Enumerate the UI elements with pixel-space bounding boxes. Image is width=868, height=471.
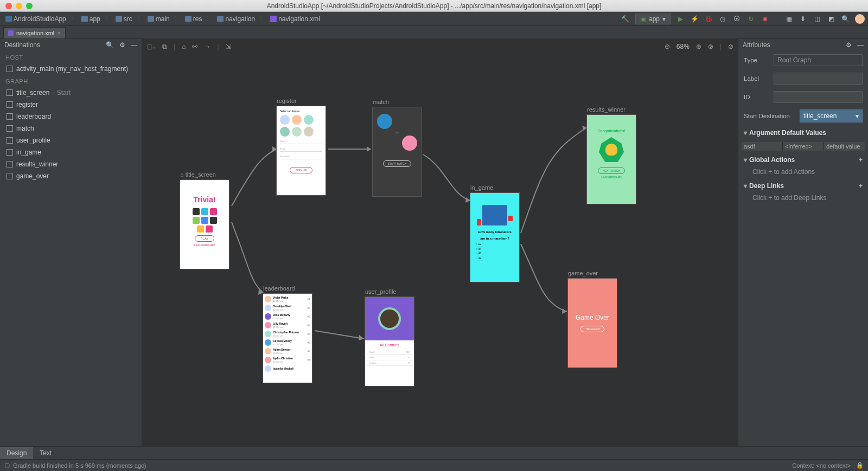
android-icon: ▣ xyxy=(640,15,646,23)
player-b-avatar-icon xyxy=(402,136,417,151)
node-results-winner[interactable]: results_winner Congratulations! NEXT MAT… xyxy=(587,106,636,204)
context-indicator[interactable]: Context: <no context> xyxy=(792,462,851,469)
zoom-fit-icon[interactable]: ⊚ xyxy=(708,43,713,50)
attributes-panel: Attributes ⚙ — Type Label ID Start Desti… xyxy=(738,39,868,446)
destinations-panel: Destinations 🔍 ⚙ — HOST activity_main (m… xyxy=(0,39,142,446)
stop-icon[interactable]: ■ xyxy=(761,15,769,23)
status-bar: ▢ Gradle build finished in 5 s 969 ms (m… xyxy=(0,459,868,471)
host-section-label: HOST xyxy=(0,51,142,63)
gear-icon[interactable]: ⚙ xyxy=(846,41,852,49)
home-icon[interactable]: ⌂ xyxy=(182,43,186,50)
auto-arrange-icon[interactable]: ⇲ xyxy=(226,43,231,50)
nested-graph-icon[interactable]: ⧉ xyxy=(162,43,167,50)
node-title-screen[interactable]: ⌂title_screen Trivia! PLAY LEADERBOARD xyxy=(180,171,229,269)
destination-icon xyxy=(7,113,13,120)
warnings-icon[interactable]: ⊘ xyxy=(728,43,733,50)
make-project-icon[interactable]: 🔨 xyxy=(621,15,630,23)
deep-links-hint: Click + to add Deep Links xyxy=(738,193,868,205)
add-destination-icon[interactable]: ▢₊ xyxy=(146,43,156,50)
player-a-avatar-icon xyxy=(377,114,392,129)
node-game-over[interactable]: game_over Game Over TRY AGAIN xyxy=(568,270,617,367)
arrow-icon[interactable]: → xyxy=(204,43,210,50)
graph-item-register[interactable]: register xyxy=(0,99,142,111)
profile-icon[interactable]: ◷ xyxy=(718,15,727,23)
avd-manager-icon[interactable]: ▦ xyxy=(784,15,793,23)
zoom-out-icon[interactable]: ⊖ xyxy=(665,43,670,50)
breadcrumb-project[interactable]: AndroidStudioApp xyxy=(3,14,68,24)
breadcrumb-file[interactable]: navigation.xml xyxy=(268,14,322,24)
layout-inspector-icon[interactable]: ◫ xyxy=(813,15,821,23)
main-area: Destinations 🔍 ⚙ — HOST activity_main (m… xyxy=(0,39,868,446)
global-actions-section[interactable]: ▾Global Actions+ xyxy=(738,153,868,167)
status-icon[interactable]: ▢ xyxy=(4,462,10,469)
apply-changes-icon[interactable]: ⚡ xyxy=(690,15,699,23)
node-register[interactable]: register Select an Avatar Name Email Pas… xyxy=(277,98,326,195)
breadcrumb-navigation[interactable]: navigation xyxy=(215,14,257,24)
minimize-window-icon[interactable] xyxy=(16,3,22,9)
svg-marker-1 xyxy=(258,289,263,295)
node-user-profile[interactable]: user_profile Ali Connors Rank#12Wins24Lo… xyxy=(365,288,414,386)
graph-item-in_game[interactable]: in_game xyxy=(0,146,142,158)
resource-manager-icon[interactable]: ◩ xyxy=(827,15,835,23)
run-icon[interactable]: ▶ xyxy=(676,15,685,23)
graph-item-title_screen[interactable]: title_screen - Start xyxy=(0,87,142,99)
label-field[interactable] xyxy=(774,73,863,85)
avatar-grid xyxy=(280,115,322,137)
macos-titlebar: AndroidStudioApp [~/AndroidStudioProject… xyxy=(0,0,868,12)
node-in-game[interactable]: in_game How many kilometers are in a mar… xyxy=(470,184,519,282)
nav-editor: ▢₊ ⧉ | ⌂ ⚯ → | ⇲ ⊖ 68% ⊕ ⊚ | ⊘ xyxy=(142,39,738,446)
sdk-manager-icon[interactable]: ⬇ xyxy=(799,15,807,23)
file-tab-navigation[interactable]: navigation.xml × xyxy=(3,27,66,38)
host-item[interactable]: activity_main (my_nav_host_fragment) xyxy=(0,63,142,75)
deep-links-section[interactable]: ▾Deep Links+ xyxy=(738,179,868,193)
add-action-icon[interactable]: + xyxy=(859,156,863,164)
graph-item-match[interactable]: match xyxy=(0,122,142,134)
breadcrumb-app[interactable]: app xyxy=(79,14,103,24)
svg-marker-6 xyxy=(359,335,364,340)
add-deeplink-icon[interactable]: + xyxy=(859,182,863,190)
start-match-button: START MATCH xyxy=(383,160,412,167)
id-field[interactable] xyxy=(774,91,863,103)
design-tab[interactable]: Design xyxy=(0,447,33,459)
search-icon[interactable]: 🔍 xyxy=(106,41,114,49)
gear-icon[interactable]: ⚙ xyxy=(119,41,125,49)
text-tab[interactable]: Text xyxy=(33,447,58,459)
destination-icon xyxy=(7,173,13,179)
graph-item-results_winner[interactable]: results_winner xyxy=(0,158,142,170)
breadcrumb-res[interactable]: res xyxy=(183,14,205,24)
restart-icon[interactable]: ↻ xyxy=(746,15,755,23)
close-window-icon[interactable] xyxy=(5,3,12,9)
collage-icon xyxy=(188,208,221,230)
run-config-selector[interactable]: ▣ app ▾ xyxy=(635,14,671,24)
graph-item-leaderboard[interactable]: leaderboard xyxy=(0,111,142,122)
breadcrumb-main[interactable]: main xyxy=(145,14,172,24)
search-everywhere-icon[interactable]: 🔍 xyxy=(841,15,850,23)
arg-default-section[interactable]: ▾Argument Default Values xyxy=(738,126,868,140)
tv-icon xyxy=(482,205,507,225)
nav-canvas[interactable]: ⌂title_screen Trivia! PLAY LEADERBOARD r… xyxy=(142,54,738,446)
graph-item-user_profile[interactable]: user_profile xyxy=(0,134,142,146)
start-destination-select[interactable]: title_screen ▾ xyxy=(800,109,863,122)
try-again-button: TRY AGAIN xyxy=(580,326,605,332)
id-label: ID xyxy=(744,94,769,100)
destination-icon xyxy=(7,89,13,96)
start-destination-label: Start Destination xyxy=(744,113,795,119)
debug-icon[interactable]: 🐞 xyxy=(704,15,713,23)
maximize-window-icon[interactable] xyxy=(26,3,33,9)
minimize-panel-icon[interactable]: — xyxy=(857,41,864,49)
signup-button: SIGN UP xyxy=(290,167,313,173)
attach-debugger-icon[interactable]: ⦿ xyxy=(732,15,741,23)
node-leaderboard[interactable]: leaderboard Violet Parks12,034 pts#1Broo… xyxy=(263,285,312,383)
window-title: AndroidStudioApp [~/AndroidStudioProject… xyxy=(0,2,868,10)
lock-icon[interactable]: 🔒 xyxy=(856,462,864,469)
minimize-panel-icon[interactable]: — xyxy=(131,41,137,49)
graph-item-game_over[interactable]: game_over xyxy=(0,170,142,182)
next-match-button: NEXT MATCH xyxy=(598,167,625,174)
user-avatar-icon[interactable] xyxy=(855,14,865,24)
destinations-header: Destinations 🔍 ⚙ — xyxy=(0,39,142,51)
node-match[interactable]: match vs START MATCH xyxy=(373,99,422,196)
link-icon[interactable]: ⚯ xyxy=(192,43,197,50)
close-tab-icon[interactable]: × xyxy=(57,30,60,36)
zoom-in-icon[interactable]: ⊕ xyxy=(696,43,701,50)
breadcrumb-src[interactable]: src xyxy=(113,14,135,24)
